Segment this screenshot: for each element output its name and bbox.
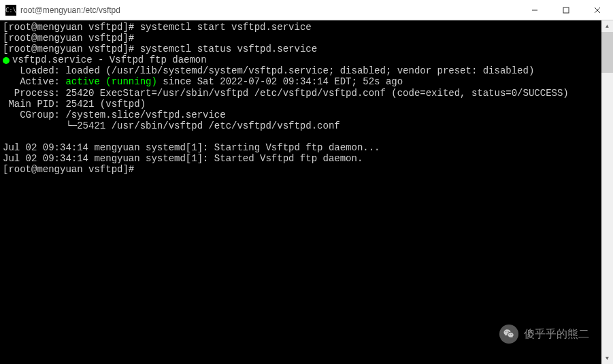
service-name-line: vsftpd.service - Vsftpd ftp daemon	[12, 54, 207, 65]
scrollbar-thumb[interactable]	[601, 32, 613, 73]
svg-rect-1	[563, 7, 569, 13]
process-line: Process: 25420 ExecStart=/usr/sbin/vsftp…	[3, 88, 569, 99]
log-line: Jul 02 09:34:14 mengyuan systemd[1]: Sta…	[3, 142, 380, 153]
shell-prompt: [root@mengyuan vsftpd]#	[3, 33, 140, 44]
command-text: systemctl start vsftpd.service	[140, 22, 312, 33]
status-dot-icon	[3, 57, 10, 64]
shell-prompt: [root@mengyuan vsftpd]#	[3, 22, 140, 33]
shell-prompt: [root@mengyuan vsftpd]#	[3, 44, 140, 54]
watermark-text: 傻乎乎的熊二	[524, 327, 589, 342]
maximize-icon	[563, 7, 569, 14]
terminal-output[interactable]: [root@mengyuan vsftpd]# systemctl start …	[0, 20, 601, 364]
maximize-button[interactable]	[550, 0, 582, 20]
log-line: Jul 02 09:34:14 mengyuan systemd[1]: Sta…	[3, 153, 363, 164]
mainpid-line: Main PID: 25421 (vsftpd)	[3, 99, 146, 110]
active-prefix: Active:	[3, 76, 65, 87]
scrollbar-down-arrow-icon[interactable]: ▼	[601, 352, 613, 364]
cgroup-line: CGroup: /system.slice/vsftpd.service	[3, 110, 226, 120]
active-suffix: since Sat 2022-07-02 09:34:14 EDT; 52s a…	[157, 76, 403, 87]
close-button[interactable]	[582, 0, 613, 20]
cgroup-child-line: └─25421 /usr/sbin/vsftpd /etc/vsftpd/vsf…	[3, 120, 340, 131]
close-icon	[594, 7, 601, 14]
vertical-scrollbar[interactable]: ▲ ▼	[601, 20, 613, 364]
active-status: active (running)	[65, 76, 156, 87]
minimize-button[interactable]	[519, 0, 550, 20]
shell-prompt: [root@mengyuan vsftpd]#	[3, 164, 140, 175]
wechat-icon	[499, 325, 518, 344]
minimize-icon	[531, 7, 538, 14]
watermark: 傻乎乎的熊二	[499, 325, 589, 344]
command-text: systemctl status vsftpd.service	[140, 44, 317, 54]
loaded-line: Loaded: loaded (/usr/lib/systemd/system/…	[3, 65, 534, 76]
window-titlebar: C:\ root@mengyuan:/etc/vsftpd	[0, 0, 613, 20]
window-title: root@mengyuan:/etc/vsftpd	[20, 5, 519, 15]
terminal-app-icon: C:\	[5, 5, 16, 16]
terminal-container: [root@mengyuan vsftpd]# systemctl start …	[0, 20, 613, 364]
window-controls	[519, 0, 613, 20]
scrollbar-up-arrow-icon[interactable]: ▲	[601, 20, 613, 32]
